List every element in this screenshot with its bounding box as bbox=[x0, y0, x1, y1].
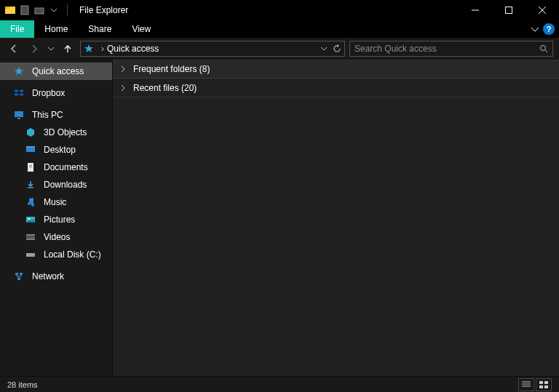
chevron-right-icon bbox=[120, 66, 127, 72]
nav-music[interactable]: Music bbox=[0, 193, 112, 211]
nav-label: 3D Objects bbox=[44, 127, 87, 137]
nav-label: This PC bbox=[32, 110, 63, 120]
nav-label: Music bbox=[44, 197, 66, 207]
group-recent-files[interactable]: Recent files (20) bbox=[113, 79, 559, 97]
nav-label: Downloads bbox=[44, 180, 87, 190]
qat-dropdown-icon[interactable] bbox=[48, 4, 60, 16]
group-frequent-folders[interactable]: Frequent folders (8) bbox=[113, 60, 559, 79]
qat-properties-icon[interactable] bbox=[19, 4, 31, 16]
navigation-pane: Quick access Dropbox This PC 3D Objects … bbox=[0, 60, 113, 376]
svg-rect-3 bbox=[35, 8, 44, 14]
nav-dropbox[interactable]: Dropbox bbox=[0, 84, 112, 102]
address-toolbar: › Quick access bbox=[0, 38, 559, 60]
cube-icon bbox=[25, 127, 36, 138]
music-icon bbox=[25, 196, 36, 208]
nav-label: Desktop bbox=[44, 145, 76, 155]
dropbox-icon bbox=[13, 87, 25, 99]
refresh-button[interactable] bbox=[333, 44, 341, 53]
nav-this-pc[interactable]: This PC bbox=[0, 106, 112, 124]
svg-rect-23 bbox=[26, 234, 35, 236]
pictures-icon bbox=[25, 214, 36, 225]
app-icon bbox=[4, 4, 16, 16]
status-bar: 28 items bbox=[0, 376, 559, 392]
svg-point-21 bbox=[28, 218, 31, 220]
forward-button[interactable] bbox=[26, 41, 42, 57]
svg-rect-36 bbox=[544, 385, 548, 388]
ribbon-tab-file[interactable]: File bbox=[0, 20, 34, 38]
svg-rect-34 bbox=[544, 381, 548, 384]
desktop-icon bbox=[25, 144, 36, 156]
nav-label: Pictures bbox=[44, 215, 75, 225]
nav-label: Documents bbox=[44, 162, 88, 172]
breadcrumb-sep-icon[interactable]: › bbox=[101, 44, 104, 54]
recent-locations-dropdown[interactable] bbox=[47, 41, 55, 57]
svg-line-10 bbox=[545, 50, 547, 52]
monitor-icon bbox=[13, 109, 25, 121]
search-input[interactable] bbox=[354, 44, 539, 54]
divider bbox=[67, 4, 68, 16]
back-button[interactable] bbox=[6, 41, 22, 57]
svg-rect-5 bbox=[506, 7, 512, 14]
minimize-button[interactable] bbox=[459, 0, 492, 20]
svg-rect-1 bbox=[5, 7, 9, 9]
address-dropdown-icon[interactable] bbox=[321, 46, 327, 52]
close-button[interactable] bbox=[526, 0, 559, 20]
video-icon bbox=[25, 231, 36, 243]
svg-point-9 bbox=[541, 45, 546, 50]
group-label: Recent files (20) bbox=[133, 83, 197, 93]
breadcrumb-quick-access[interactable]: Quick access bbox=[107, 44, 159, 54]
star-icon bbox=[13, 65, 25, 77]
svg-rect-12 bbox=[15, 111, 23, 117]
main-area: Quick access Dropbox This PC 3D Objects … bbox=[0, 60, 559, 376]
nav-pictures[interactable]: Pictures bbox=[0, 211, 112, 228]
ribbon-expand-icon[interactable] bbox=[531, 25, 539, 33]
nav-local-disk[interactable]: Local Disk (C:) bbox=[0, 246, 112, 263]
svg-rect-33 bbox=[539, 381, 543, 384]
drive-icon bbox=[25, 249, 36, 260]
window-title: File Explorer bbox=[79, 5, 128, 15]
svg-rect-18 bbox=[29, 167, 32, 167]
chevron-right-icon bbox=[120, 85, 127, 91]
quick-access-icon bbox=[84, 44, 94, 54]
nav-label: Videos bbox=[44, 232, 70, 242]
qat-newfolder-icon[interactable] bbox=[33, 4, 45, 16]
svg-rect-13 bbox=[17, 118, 20, 119]
address-bar[interactable]: › Quick access bbox=[80, 41, 345, 57]
svg-rect-29 bbox=[17, 278, 20, 280]
svg-marker-8 bbox=[84, 44, 93, 52]
nav-label: Network bbox=[32, 271, 64, 281]
nav-network[interactable]: Network bbox=[0, 268, 112, 285]
search-box[interactable] bbox=[349, 41, 553, 57]
ribbon-tab-view[interactable]: View bbox=[122, 20, 161, 38]
svg-rect-27 bbox=[15, 273, 18, 275]
titlebar: File Explorer bbox=[0, 0, 559, 20]
nav-quick-access[interactable]: Quick access bbox=[0, 63, 112, 80]
network-icon bbox=[13, 271, 25, 282]
svg-rect-35 bbox=[539, 385, 543, 388]
svg-point-26 bbox=[33, 255, 34, 256]
content-pane: Frequent folders (8) Recent files (20) bbox=[113, 60, 559, 376]
download-icon bbox=[25, 179, 36, 191]
nav-label: Local Disk (C:) bbox=[44, 249, 101, 260]
svg-rect-17 bbox=[29, 165, 32, 166]
group-label: Frequent folders (8) bbox=[133, 64, 210, 74]
svg-rect-15 bbox=[26, 146, 35, 148]
document-icon bbox=[25, 161, 36, 173]
nav-desktop[interactable]: Desktop bbox=[0, 141, 112, 159]
nav-documents[interactable]: Documents bbox=[0, 159, 112, 176]
search-icon[interactable] bbox=[539, 44, 548, 53]
help-icon[interactable]: ? bbox=[543, 23, 555, 35]
nav-videos[interactable]: Videos bbox=[0, 228, 112, 246]
nav-3d-objects[interactable]: 3D Objects bbox=[0, 124, 112, 141]
maximize-button[interactable] bbox=[492, 0, 526, 20]
svg-rect-28 bbox=[20, 273, 23, 275]
ribbon: File Home Share View ? bbox=[0, 20, 559, 38]
svg-rect-2 bbox=[21, 6, 28, 15]
up-button[interactable] bbox=[60, 41, 76, 57]
view-large-icons-button[interactable] bbox=[536, 378, 552, 391]
ribbon-tab-share[interactable]: Share bbox=[78, 20, 122, 38]
view-details-button[interactable] bbox=[518, 378, 534, 391]
ribbon-tab-home[interactable]: Home bbox=[34, 20, 78, 38]
svg-rect-24 bbox=[26, 239, 35, 241]
nav-downloads[interactable]: Downloads bbox=[0, 176, 112, 193]
